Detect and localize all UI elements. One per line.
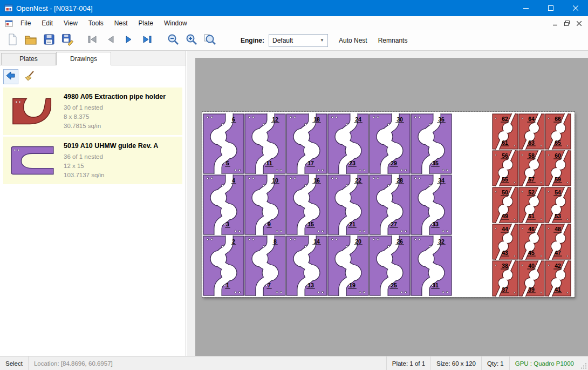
nest-canvas[interactable]: 65 1211 1817 2423 (195, 58, 588, 356)
nested-part-pair-purple-8-7[interactable]: 87 (244, 236, 286, 296)
zoom-fit-button[interactable] (202, 32, 218, 49)
title-bar: OpenNest - [N0317-004] (0, 0, 588, 16)
nested-part-pair-purple-32-31[interactable]: 3231 (411, 236, 452, 296)
engine-select[interactable]: Default ▼ (269, 34, 328, 47)
nested-part-pair-purple-6-5[interactable]: 65 (203, 113, 244, 174)
svg-text:64: 64 (528, 116, 535, 122)
nested-part-pair-red-58-57[interactable]: 5857 (518, 150, 545, 186)
nested-part-pair-purple-16-15[interactable]: 1615 (286, 174, 327, 235)
svg-text:46: 46 (528, 226, 535, 232)
status-location: Location: [84.8696, 60.6957] (28, 356, 118, 370)
nested-part-pair-purple-30-29[interactable]: 3029 (369, 113, 411, 174)
nested-part-pair-red-62-61[interactable]: 6261 (492, 113, 518, 150)
svg-text:38: 38 (502, 263, 508, 269)
nested-part-pair-red-66-65[interactable]: 6665 (545, 113, 571, 150)
nested-part-pair-red-46-45[interactable]: 4645 (518, 224, 545, 260)
next-icon (122, 33, 135, 48)
minimize-button[interactable] (514, 0, 538, 16)
menu-item-window[interactable]: Window (159, 17, 193, 30)
part-info: 4980 A05 Extraction pipe holder 30 of 1 … (64, 92, 166, 131)
part-nested-count: 36 of 1 nested (64, 152, 158, 162)
nested-part-pair-purple-28-27[interactable]: 2827 (369, 174, 411, 235)
menu-item-view[interactable]: View (58, 17, 83, 30)
nested-part-pair-purple-26-25[interactable]: 2625 (369, 236, 411, 296)
next-plate-button[interactable] (121, 32, 137, 49)
svg-text:10: 10 (272, 177, 278, 184)
resize-grip[interactable] (579, 356, 588, 370)
close-button[interactable] (563, 0, 588, 16)
save-button[interactable] (41, 32, 57, 49)
mdi-restore-icon (564, 18, 570, 28)
save-as-button[interactable] (59, 32, 76, 49)
previous-plate-button[interactable] (102, 32, 119, 49)
status-size: Size: 60 x 120 (430, 356, 481, 370)
zoom-in-button[interactable] (183, 32, 200, 49)
nested-part-pair-red-44-43[interactable]: 4443 (492, 224, 518, 260)
nested-part-pair-purple-34-33[interactable]: 3433 (411, 174, 452, 235)
nested-part-pair-red-64-63[interactable]: 6463 (518, 113, 545, 150)
nested-part-pair-purple-24-23[interactable]: 2423 (327, 113, 369, 174)
auto-nest-button[interactable]: Auto Nest (333, 33, 373, 48)
nested-part-pair-red-40-39[interactable]: 4039 (518, 260, 545, 297)
menu-item-plate[interactable]: Plate (133, 17, 159, 30)
nested-part-pair-red-60-59[interactable]: 6059 (545, 150, 571, 186)
nested-part-pair-red-54-53[interactable]: 5453 (545, 187, 571, 223)
plate[interactable]: 65 1211 1817 2423 (202, 112, 575, 297)
nested-part-pair-purple-22-21[interactable]: 2221 (327, 174, 369, 235)
first-plate-button[interactable] (84, 32, 100, 49)
import-drawing-button[interactable] (3, 69, 18, 84)
nested-part-pair-purple-4-3[interactable]: 43 (203, 174, 244, 235)
clean-button[interactable] (22, 69, 37, 84)
part-list-item[interactable]: 5019 A10 UHMW guide Rev. A 36 of 1 neste… (3, 137, 182, 184)
tab-drawings[interactable]: Drawings (56, 52, 111, 65)
menu-item-nest[interactable]: Nest (109, 17, 133, 30)
zoom-fit-icon (203, 33, 216, 48)
status-qty: Qty: 1 (481, 356, 509, 370)
nested-part-pair-red-48-47[interactable]: 4847 (545, 224, 571, 260)
nested-part-pair-red-42-41[interactable]: 4241 (545, 260, 571, 297)
zoom-out-button[interactable] (165, 32, 181, 49)
panel-tabstrip: Plates Drawings (0, 51, 186, 65)
nested-part-pair-red-50-49[interactable]: 5049 (492, 187, 518, 223)
chevron-down-icon: ▼ (320, 38, 324, 43)
drawings-toolbar (0, 65, 186, 87)
open-button[interactable] (23, 32, 39, 49)
menu-item-file[interactable]: File (15, 17, 36, 30)
svg-text:19: 19 (349, 282, 355, 288)
import-arrow-icon (5, 70, 17, 84)
mdi-document-icon (5, 19, 13, 28)
nested-part-pair-purple-14-13[interactable]: 1413 (286, 236, 327, 296)
svg-text:32: 32 (438, 238, 445, 245)
maximize-button[interactable] (538, 0, 563, 16)
mdi-close-button[interactable] (573, 18, 585, 29)
nested-part-pair-purple-10-9[interactable]: 109 (244, 174, 286, 235)
open-folder-icon (24, 33, 37, 48)
nested-part-pair-red-38-37[interactable]: 3837 (492, 260, 518, 297)
nested-part-pair-purple-12-11[interactable]: 1211 (244, 113, 286, 174)
new-button[interactable] (4, 32, 20, 49)
mdi-minimize-button[interactable] (549, 18, 561, 29)
svg-text:24: 24 (355, 116, 361, 123)
svg-text:13: 13 (307, 282, 314, 288)
last-plate-button[interactable] (139, 32, 155, 49)
nested-part-pair-purple-20-19[interactable]: 2019 (327, 236, 369, 296)
status-gpu: GPU : Quadro P1000 (509, 356, 579, 370)
menu-item-tools[interactable]: Tools (83, 17, 109, 30)
nested-part-pair-purple-36-35[interactable]: 3635 (411, 113, 452, 174)
svg-text:6: 6 (232, 116, 235, 123)
mdi-restore-button[interactable] (561, 18, 573, 29)
minimize-icon (523, 3, 529, 13)
svg-text:23: 23 (349, 160, 355, 166)
menu-item-edit[interactable]: Edit (36, 17, 58, 30)
svg-text:65: 65 (555, 139, 561, 146)
part-list-item[interactable]: 4980 A05 Extraction pipe holder 30 of 1 … (3, 88, 182, 135)
nested-part-pair-red-52-51[interactable]: 5251 (518, 187, 545, 223)
tab-plates[interactable]: Plates (1, 53, 56, 65)
remnants-button[interactable]: Remnants (373, 33, 413, 48)
nested-part-pair-purple-18-17[interactable]: 1817 (286, 113, 327, 174)
status-mode: Select (0, 356, 28, 370)
nested-part-pair-red-56-55[interactable]: 5655 (492, 150, 518, 186)
zoom-in-icon (185, 33, 198, 48)
nested-part-pair-purple-2-1[interactable]: 21 (203, 236, 244, 296)
svg-text:18: 18 (313, 116, 320, 123)
